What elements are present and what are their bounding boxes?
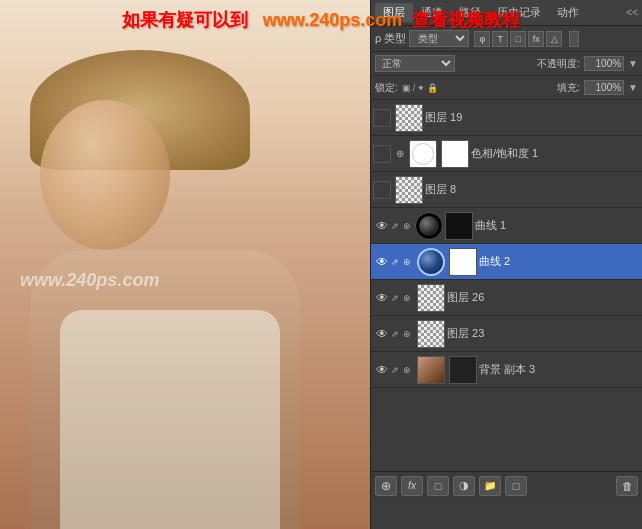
fill-input[interactable] <box>584 80 624 95</box>
layer-item[interactable]: 👁 ⇗ ⊕ 图层 26 <box>371 280 642 316</box>
blend-mode-select[interactable]: 正常 <box>375 55 455 72</box>
layer-thumbnail <box>395 104 423 132</box>
lock-transparent-icon[interactable]: ▣ <box>402 83 411 93</box>
lock-label: 锁定: <box>375 81 398 95</box>
filter-icon-rect[interactable]: □ <box>510 31 526 47</box>
filter-color-box[interactable] <box>569 31 579 47</box>
lock-all-icon[interactable]: 🔒 <box>427 83 438 93</box>
layer-eye-icon[interactable]: 👁 <box>373 253 391 271</box>
layer-link-icon: ⊕ <box>393 148 407 159</box>
layer-eye-icon[interactable]: 👁 <box>373 289 391 307</box>
lock-row: 锁定: ▣ / ✦ 🔒 填充: ▼ <box>371 76 642 100</box>
photo-area: www.240ps.com <box>0 0 370 529</box>
filter-icon-t[interactable]: T <box>492 31 508 47</box>
mid-watermark: www.240ps.com <box>20 270 159 291</box>
layer-mask-thumbnail <box>441 140 469 168</box>
watermark-suffix: 查看视频教程 <box>402 10 520 30</box>
layer-thumbnail <box>415 212 443 240</box>
delete-layer-button[interactable]: 🗑 <box>616 476 638 496</box>
lock-paint-icon[interactable]: / <box>413 83 416 93</box>
layer-chain-icon: ⇗ <box>391 221 403 231</box>
fill-arrow[interactable]: ▼ <box>628 82 638 93</box>
fx-button[interactable]: fx <box>401 476 423 496</box>
layer-mask-thumbnail <box>449 356 477 384</box>
opacity-label: 不透明度: <box>537 57 580 71</box>
layer-chain-icon: ⇗ <box>391 329 403 339</box>
new-adjustment-button[interactable]: ◑ <box>453 476 475 496</box>
layer-eye-icon[interactable]: 👁 <box>373 217 391 235</box>
ps-panel: 图层 通道 路径 历史记录 动作 << ρ 类型 类型 φ T □ fx △ 正… <box>370 0 642 529</box>
layer-eye-icon[interactable]: 👁 <box>373 325 391 343</box>
layer-item[interactable]: 👁 ⇗ ⊕ 图层 23 <box>371 316 642 352</box>
layer-fx-icon: ⊕ <box>403 257 415 267</box>
link-layers-button[interactable]: ⊕ <box>375 476 397 496</box>
layer-thumbnail <box>417 356 445 384</box>
fill-label: 填充: <box>557 81 580 95</box>
filter-type-select[interactable]: 类型 <box>409 30 469 47</box>
new-group-button[interactable]: 📁 <box>479 476 501 496</box>
opacity-input[interactable] <box>584 56 624 71</box>
layer-visibility-checkbox[interactable] <box>373 181 391 199</box>
layer-thumbnail <box>417 248 445 276</box>
opacity-arrow[interactable]: ▼ <box>628 58 638 69</box>
layer-name: 图层 8 <box>425 182 640 197</box>
layer-name: 图层 23 <box>447 326 640 341</box>
layer-fx-icon: ⊕ <box>403 221 415 231</box>
filter-icon-tri[interactable]: △ <box>546 31 562 47</box>
layer-fx-icon: ⊕ <box>403 329 415 339</box>
bottom-toolbar: ⊕ fx □ ◑ 📁 □ 🗑 <box>371 471 642 499</box>
layer-name: 曲线 1 <box>475 218 640 233</box>
layers-list: 图层 19 ⊕ 色相/饱和度 1 图层 8 👁 ⇗ <box>371 100 642 388</box>
site-url: www.240ps.com <box>263 10 402 30</box>
filter-icons: φ T □ fx △ <box>474 31 562 47</box>
layer-thumbnail <box>417 320 445 348</box>
layer-item-selected[interactable]: 👁 ⇗ ⊕ 曲线 2 <box>371 244 642 280</box>
lock-icons: ▣ / ✦ 🔒 <box>402 83 439 93</box>
layer-name: 色相/饱和度 1 <box>471 146 640 161</box>
layer-item[interactable]: 👁 ⇗ ⊕ 曲线 1 <box>371 208 642 244</box>
layer-name: 背景 副本 3 <box>479 362 640 377</box>
layer-fx-icon: ⊕ <box>403 365 415 375</box>
filter-icon-phi[interactable]: φ <box>474 31 490 47</box>
lock-move-icon[interactable]: ✦ <box>417 83 425 93</box>
filter-type-label: ρ 类型 <box>375 31 406 46</box>
layer-item[interactable]: 👁 ⇗ ⊕ 背景 副本 3 <box>371 352 642 388</box>
layer-name: 图层 26 <box>447 290 640 305</box>
watermark-text: 如果有疑可以到 <box>122 10 263 30</box>
layer-fx-icon: ⊕ <box>403 293 415 303</box>
add-mask-button[interactable]: □ <box>427 476 449 496</box>
layer-mask-thumbnail <box>445 212 473 240</box>
layer-mask-thumbnail <box>449 248 477 276</box>
layer-name: 图层 19 <box>425 110 640 125</box>
layer-chain-icon: ⇗ <box>391 257 403 267</box>
layer-thumbnail <box>395 176 423 204</box>
layer-item[interactable]: ⊕ 色相/饱和度 1 <box>371 136 642 172</box>
new-layer-button[interactable]: □ <box>505 476 527 496</box>
layer-visibility-checkbox[interactable] <box>373 145 391 163</box>
layer-eye-icon[interactable]: 👁 <box>373 361 391 379</box>
top-watermark: 如果有疑可以到 www.240ps.com 查看视频教程 <box>0 8 642 32</box>
layer-thumbnail <box>409 140 437 168</box>
blend-mode-row: 正常 不透明度: ▼ <box>371 52 642 76</box>
layers-scroll: 图层 19 ⊕ 色相/饱和度 1 图层 8 👁 ⇗ <box>371 100 642 471</box>
filter-icon-fx[interactable]: fx <box>528 31 544 47</box>
layer-item[interactable]: 图层 19 <box>371 100 642 136</box>
layer-thumbnail <box>417 284 445 312</box>
layer-chain-icon: ⇗ <box>391 293 403 303</box>
layer-name: 曲线 2 <box>479 254 640 269</box>
layer-visibility-checkbox[interactable] <box>373 109 391 127</box>
layer-item[interactable]: 图层 8 <box>371 172 642 208</box>
layer-chain-icon: ⇗ <box>391 365 403 375</box>
